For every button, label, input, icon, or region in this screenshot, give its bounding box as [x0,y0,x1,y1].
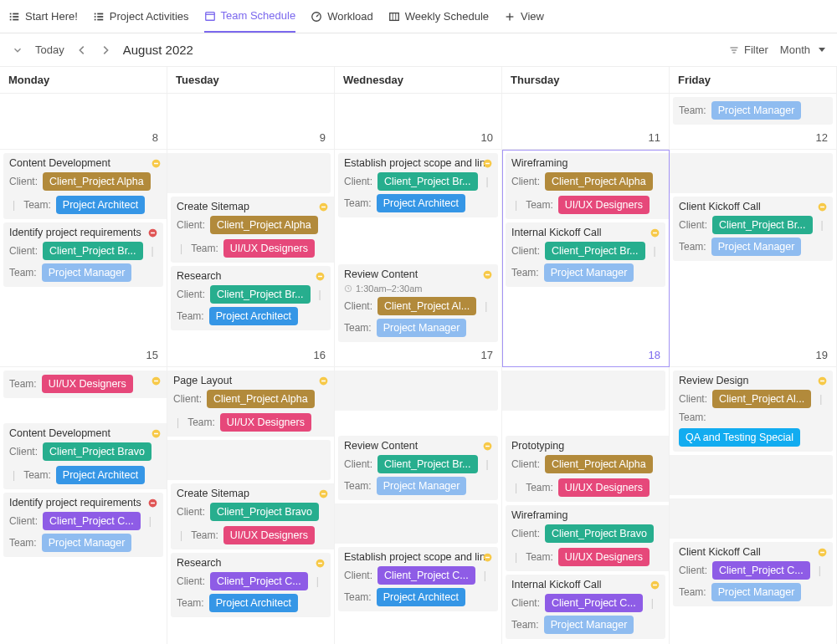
alpha-pill[interactable]: Client_Project Alpha [545,172,653,191]
calendar-event[interactable]: Page LayoutClient:Client_Project Alpha|T… [167,371,334,437]
alpha-pill[interactable]: Client_Project Al... [377,297,476,315]
ux-pill[interactable]: UI/UX Designers [223,239,315,258]
calendar-event-continuation[interactable] [502,371,665,411]
ux-pill[interactable]: UI/UX Designers [220,413,311,432]
calendar-event[interactable]: Content DevelopmentClient:Client_Project… [3,423,167,489]
calendar-event[interactable]: Client Kickoff CallClient:Client_Project… [673,197,833,261]
calendar-event-continuation[interactable] [670,153,833,193]
today-button[interactable]: Today [35,43,64,56]
pa-pill[interactable]: Project Architect [56,466,145,484]
prev-icon[interactable] [76,44,88,56]
calendar-event[interactable]: WireframingClient:Client_Project Bravo|T… [506,505,669,571]
day-cell[interactable]: Page LayoutClient:Client_Project Alpha|T… [167,367,335,644]
pm-pill[interactable]: Project Manager [377,319,467,337]
calendar-event[interactable]: ResearchClient:Client_Project Br...|Team… [171,266,331,330]
calendar-event[interactable]: Review Content1:30am–2:30amClient:Client… [338,264,498,342]
tab-view[interactable]: View [504,0,544,33]
bravo-pill[interactable]: Client_Project Bravo [210,503,319,521]
charlie-pill[interactable]: Client_Project C... [712,561,810,580]
calendar-event-continuation[interactable] [670,455,833,495]
day-cell[interactable]: 11 [502,94,670,150]
calendar-event[interactable]: Create SitemapClient:Client_Project Alph… [171,197,334,263]
pa-pill[interactable]: Project Architect [209,594,298,612]
pm-pill[interactable]: Project Manager [711,583,802,601]
bravo-pill[interactable]: Client_Project Br... [712,216,813,234]
bravo-pill[interactable]: Client_Project Bravo [545,524,654,543]
viewmode-dropdown[interactable]: Month [780,43,825,56]
calendar-event[interactable]: Establish project scope and linClient:Cl… [338,153,498,217]
calendar-event[interactable]: PrototypingClient:Client_Project Alpha|T… [506,436,669,502]
charlie-pill[interactable]: Client_Project C... [377,566,475,585]
charlie-pill[interactable]: Client_Project C... [545,594,643,612]
pm-pill[interactable]: Project Manager [711,238,802,256]
day-cell[interactable]: Team:Project Manager12 [670,94,837,150]
calendar-event[interactable]: Team:Project Manager [673,97,833,125]
tab-workload[interactable]: Workload [311,0,373,33]
pa-pill[interactable]: Project Architect [377,588,465,606]
day-cell[interactable]: Review DesignClient:Client_Project Al...… [670,367,837,644]
pm-pill[interactable]: Project Manager [544,616,634,634]
calendar-event-continuation[interactable] [167,440,331,480]
pm-pill[interactable]: Project Manager [42,263,132,282]
charlie-pill[interactable]: Client_Project C... [43,512,141,530]
calendar-event[interactable]: Create SitemapClient:Client_Project Brav… [171,483,334,549]
ux-pill[interactable]: UI/UX Designers [558,478,650,497]
day-cell[interactable]: 8 [0,94,167,150]
day-cell[interactable]: Review ContentClient:Client_Project Br..… [335,367,502,644]
calendar-event[interactable]: Internal Kickoff CallClient:Client_Proje… [506,222,665,287]
day-cell[interactable]: Team:UI/UX DesignersContent DevelopmentC… [0,367,167,644]
ux-pill[interactable]: UI/UX Designers [42,375,133,393]
calendar-event[interactable]: Establish project scope and linClient:Cl… [338,547,498,611]
day-cell[interactable]: PrototypingClient:Client_Project Alpha|T… [502,367,670,644]
tab-project-activities[interactable]: Project Activities [93,0,189,33]
ux-pill[interactable]: UI/UX Designers [558,196,650,214]
calendar-event-continuation[interactable] [167,153,331,193]
pm-pill[interactable]: Project Manager [544,263,634,282]
calendar-event[interactable]: Content DevelopmentClient:Client_Project… [3,153,167,219]
bravo-pill[interactable]: Client_Project Bravo [43,442,151,461]
calendar-event-continuation[interactable] [335,503,498,544]
ux-pill[interactable]: UI/UX Designers [223,526,315,544]
day-cell[interactable]: WireframingClient:Client_Project Alpha|T… [502,150,670,367]
bravo-pill[interactable]: Client_Project Br... [377,172,478,191]
calendar-event[interactable]: Client Kickoff CallClient:Client_Project… [673,542,833,606]
qa-pill[interactable]: QA and Testing Special [679,428,800,447]
calendar-event[interactable]: Team:UI/UX Designers [3,371,167,398]
expand-icon[interactable] [12,44,23,56]
calendar-event[interactable]: Identify project requirementsClient:Clie… [3,222,163,287]
bravo-pill[interactable]: Client_Project Br... [545,242,645,260]
ux-pill[interactable]: UI/UX Designers [558,548,650,566]
calendar-event-continuation[interactable] [335,371,498,411]
pm-pill[interactable]: Project Manager [711,101,802,120]
tab-team-schedule[interactable]: Team Schedule [204,0,296,33]
day-cell[interactable]: 9 [167,94,335,150]
calendar-event-continuation[interactable] [670,498,833,539]
calendar-event[interactable]: Review ContentClient:Client_Project Br..… [338,436,498,500]
filter-button[interactable]: Filter [729,43,768,56]
alpha-pill[interactable]: Client_Project Alpha [43,172,151,191]
pa-pill[interactable]: Project Architect [209,307,298,325]
day-cell[interactable]: Client Kickoff CallClient:Client_Project… [670,150,837,367]
bravo-pill[interactable]: Client_Project Br... [210,285,311,304]
day-cell[interactable]: Create SitemapClient:Client_Project Alph… [167,150,335,367]
calendar-event[interactable]: ResearchClient:Client_Project C...|Team:… [171,553,331,617]
pm-pill[interactable]: Project Manager [42,534,132,552]
pa-pill[interactable]: Project Architect [377,194,465,212]
calendar-event[interactable]: Identify project requirementsClient:Clie… [3,493,163,557]
calendar-event[interactable]: Internal Kickoff CallClient:Client_Proje… [506,575,665,639]
calendar-event[interactable]: WireframingClient:Client_Project Alpha|T… [506,153,669,219]
charlie-pill[interactable]: Client_Project C... [210,572,308,590]
calendar-event[interactable]: Review DesignClient:Client_Project Al...… [673,371,833,452]
tab-weekly-schedule[interactable]: Weekly Schedule [388,0,489,33]
alpha-pill[interactable]: Client_Project Alpha [545,455,653,473]
day-cell[interactable]: Establish project scope and linClient:Cl… [335,150,502,367]
alpha-pill[interactable]: Client_Project Al... [712,390,811,408]
alpha-pill[interactable]: Client_Project Alpha [210,216,318,234]
day-cell[interactable]: 10 [335,94,502,150]
pa-pill[interactable]: Project Architect [56,196,145,214]
pm-pill[interactable]: Project Manager [377,477,467,495]
next-icon[interactable] [100,44,111,56]
bravo-pill[interactable]: Client_Project Br... [43,242,143,260]
alpha-pill[interactable]: Client_Project Alpha [207,390,315,408]
tab-start-here-[interactable]: Start Here! [8,0,78,33]
